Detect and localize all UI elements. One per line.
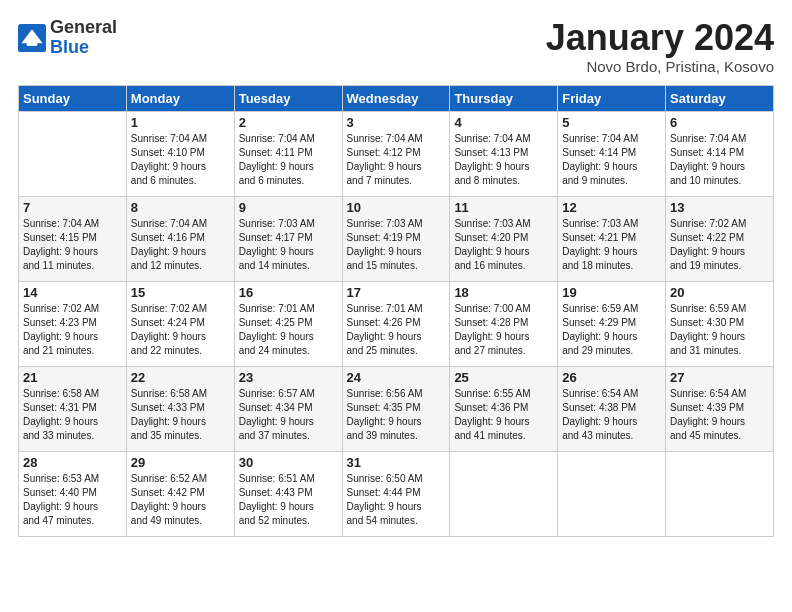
day-number: 9 bbox=[239, 200, 338, 215]
title-block: January 2024 Novo Brdo, Pristina, Kosovo bbox=[546, 18, 774, 75]
cell-info: Sunrise: 6:52 AM Sunset: 4:42 PM Dayligh… bbox=[131, 472, 230, 528]
day-header-wednesday: Wednesday bbox=[342, 85, 450, 111]
cell-info: Sunrise: 7:03 AM Sunset: 4:20 PM Dayligh… bbox=[454, 217, 553, 273]
cell-info: Sunrise: 7:02 AM Sunset: 4:23 PM Dayligh… bbox=[23, 302, 122, 358]
day-number: 14 bbox=[23, 285, 122, 300]
day-header-friday: Friday bbox=[558, 85, 666, 111]
day-number: 24 bbox=[347, 370, 446, 385]
page: General Blue January 2024 Novo Brdo, Pri… bbox=[0, 0, 792, 612]
cell-info: Sunrise: 6:53 AM Sunset: 4:40 PM Dayligh… bbox=[23, 472, 122, 528]
day-number: 21 bbox=[23, 370, 122, 385]
calendar-cell bbox=[558, 451, 666, 536]
logo-icon bbox=[18, 24, 46, 52]
calendar-cell: 4Sunrise: 7:04 AM Sunset: 4:13 PM Daylig… bbox=[450, 111, 558, 196]
logo: General Blue bbox=[18, 18, 117, 58]
cell-info: Sunrise: 7:04 AM Sunset: 4:13 PM Dayligh… bbox=[454, 132, 553, 188]
day-number: 12 bbox=[562, 200, 661, 215]
calendar-cell: 17Sunrise: 7:01 AM Sunset: 4:26 PM Dayli… bbox=[342, 281, 450, 366]
cell-info: Sunrise: 6:55 AM Sunset: 4:36 PM Dayligh… bbox=[454, 387, 553, 443]
day-number: 26 bbox=[562, 370, 661, 385]
calendar-cell: 6Sunrise: 7:04 AM Sunset: 4:14 PM Daylig… bbox=[666, 111, 774, 196]
cell-info: Sunrise: 7:04 AM Sunset: 4:15 PM Dayligh… bbox=[23, 217, 122, 273]
calendar-cell: 8Sunrise: 7:04 AM Sunset: 4:16 PM Daylig… bbox=[126, 196, 234, 281]
cell-info: Sunrise: 6:51 AM Sunset: 4:43 PM Dayligh… bbox=[239, 472, 338, 528]
calendar-cell: 30Sunrise: 6:51 AM Sunset: 4:43 PM Dayli… bbox=[234, 451, 342, 536]
cell-info: Sunrise: 7:01 AM Sunset: 4:25 PM Dayligh… bbox=[239, 302, 338, 358]
calendar-table: SundayMondayTuesdayWednesdayThursdayFrid… bbox=[18, 85, 774, 537]
calendar-cell: 11Sunrise: 7:03 AM Sunset: 4:20 PM Dayli… bbox=[450, 196, 558, 281]
cell-info: Sunrise: 7:04 AM Sunset: 4:10 PM Dayligh… bbox=[131, 132, 230, 188]
day-number: 30 bbox=[239, 455, 338, 470]
day-number: 25 bbox=[454, 370, 553, 385]
cell-info: Sunrise: 7:03 AM Sunset: 4:21 PM Dayligh… bbox=[562, 217, 661, 273]
calendar-cell: 31Sunrise: 6:50 AM Sunset: 4:44 PM Dayli… bbox=[342, 451, 450, 536]
calendar-cell: 5Sunrise: 7:04 AM Sunset: 4:14 PM Daylig… bbox=[558, 111, 666, 196]
cell-info: Sunrise: 6:54 AM Sunset: 4:38 PM Dayligh… bbox=[562, 387, 661, 443]
calendar-cell: 18Sunrise: 7:00 AM Sunset: 4:28 PM Dayli… bbox=[450, 281, 558, 366]
logo-blue: Blue bbox=[50, 38, 117, 58]
cell-info: Sunrise: 6:57 AM Sunset: 4:34 PM Dayligh… bbox=[239, 387, 338, 443]
day-number: 7 bbox=[23, 200, 122, 215]
cell-info: Sunrise: 7:03 AM Sunset: 4:19 PM Dayligh… bbox=[347, 217, 446, 273]
day-number: 13 bbox=[670, 200, 769, 215]
day-header-tuesday: Tuesday bbox=[234, 85, 342, 111]
week-row-1: 1Sunrise: 7:04 AM Sunset: 4:10 PM Daylig… bbox=[19, 111, 774, 196]
week-row-2: 7Sunrise: 7:04 AM Sunset: 4:15 PM Daylig… bbox=[19, 196, 774, 281]
calendar-cell: 9Sunrise: 7:03 AM Sunset: 4:17 PM Daylig… bbox=[234, 196, 342, 281]
day-number: 1 bbox=[131, 115, 230, 130]
day-number: 15 bbox=[131, 285, 230, 300]
cell-info: Sunrise: 7:01 AM Sunset: 4:26 PM Dayligh… bbox=[347, 302, 446, 358]
calendar-cell: 12Sunrise: 7:03 AM Sunset: 4:21 PM Dayli… bbox=[558, 196, 666, 281]
cell-info: Sunrise: 6:58 AM Sunset: 4:31 PM Dayligh… bbox=[23, 387, 122, 443]
calendar-cell: 29Sunrise: 6:52 AM Sunset: 4:42 PM Dayli… bbox=[126, 451, 234, 536]
day-number: 28 bbox=[23, 455, 122, 470]
cell-info: Sunrise: 6:50 AM Sunset: 4:44 PM Dayligh… bbox=[347, 472, 446, 528]
calendar-cell bbox=[19, 111, 127, 196]
svg-rect-2 bbox=[27, 41, 38, 45]
day-number: 17 bbox=[347, 285, 446, 300]
cell-info: Sunrise: 7:02 AM Sunset: 4:22 PM Dayligh… bbox=[670, 217, 769, 273]
calendar-cell: 2Sunrise: 7:04 AM Sunset: 4:11 PM Daylig… bbox=[234, 111, 342, 196]
cell-info: Sunrise: 7:02 AM Sunset: 4:24 PM Dayligh… bbox=[131, 302, 230, 358]
day-number: 31 bbox=[347, 455, 446, 470]
calendar-cell: 13Sunrise: 7:02 AM Sunset: 4:22 PM Dayli… bbox=[666, 196, 774, 281]
day-number: 20 bbox=[670, 285, 769, 300]
calendar-cell: 22Sunrise: 6:58 AM Sunset: 4:33 PM Dayli… bbox=[126, 366, 234, 451]
day-number: 10 bbox=[347, 200, 446, 215]
header-row: SundayMondayTuesdayWednesdayThursdayFrid… bbox=[19, 85, 774, 111]
calendar-cell: 28Sunrise: 6:53 AM Sunset: 4:40 PM Dayli… bbox=[19, 451, 127, 536]
week-row-5: 28Sunrise: 6:53 AM Sunset: 4:40 PM Dayli… bbox=[19, 451, 774, 536]
day-number: 11 bbox=[454, 200, 553, 215]
week-row-3: 14Sunrise: 7:02 AM Sunset: 4:23 PM Dayli… bbox=[19, 281, 774, 366]
cell-info: Sunrise: 7:03 AM Sunset: 4:17 PM Dayligh… bbox=[239, 217, 338, 273]
calendar-cell: 20Sunrise: 6:59 AM Sunset: 4:30 PM Dayli… bbox=[666, 281, 774, 366]
calendar-cell bbox=[666, 451, 774, 536]
cell-info: Sunrise: 7:04 AM Sunset: 4:12 PM Dayligh… bbox=[347, 132, 446, 188]
cell-info: Sunrise: 7:04 AM Sunset: 4:14 PM Dayligh… bbox=[670, 132, 769, 188]
month-title: January 2024 bbox=[546, 18, 774, 58]
day-header-saturday: Saturday bbox=[666, 85, 774, 111]
day-number: 4 bbox=[454, 115, 553, 130]
logo-text: General Blue bbox=[50, 18, 117, 58]
calendar-cell: 24Sunrise: 6:56 AM Sunset: 4:35 PM Dayli… bbox=[342, 366, 450, 451]
day-number: 19 bbox=[562, 285, 661, 300]
day-header-thursday: Thursday bbox=[450, 85, 558, 111]
day-header-monday: Monday bbox=[126, 85, 234, 111]
day-number: 27 bbox=[670, 370, 769, 385]
calendar-cell: 7Sunrise: 7:04 AM Sunset: 4:15 PM Daylig… bbox=[19, 196, 127, 281]
logo-general: General bbox=[50, 18, 117, 38]
cell-info: Sunrise: 6:56 AM Sunset: 4:35 PM Dayligh… bbox=[347, 387, 446, 443]
cell-info: Sunrise: 7:04 AM Sunset: 4:11 PM Dayligh… bbox=[239, 132, 338, 188]
calendar-cell: 27Sunrise: 6:54 AM Sunset: 4:39 PM Dayli… bbox=[666, 366, 774, 451]
cell-info: Sunrise: 6:59 AM Sunset: 4:29 PM Dayligh… bbox=[562, 302, 661, 358]
day-number: 2 bbox=[239, 115, 338, 130]
cell-info: Sunrise: 6:58 AM Sunset: 4:33 PM Dayligh… bbox=[131, 387, 230, 443]
cell-info: Sunrise: 6:54 AM Sunset: 4:39 PM Dayligh… bbox=[670, 387, 769, 443]
day-number: 5 bbox=[562, 115, 661, 130]
week-row-4: 21Sunrise: 6:58 AM Sunset: 4:31 PM Dayli… bbox=[19, 366, 774, 451]
day-number: 23 bbox=[239, 370, 338, 385]
calendar-cell: 3Sunrise: 7:04 AM Sunset: 4:12 PM Daylig… bbox=[342, 111, 450, 196]
cell-info: Sunrise: 7:04 AM Sunset: 4:14 PM Dayligh… bbox=[562, 132, 661, 188]
day-header-sunday: Sunday bbox=[19, 85, 127, 111]
cell-info: Sunrise: 7:00 AM Sunset: 4:28 PM Dayligh… bbox=[454, 302, 553, 358]
